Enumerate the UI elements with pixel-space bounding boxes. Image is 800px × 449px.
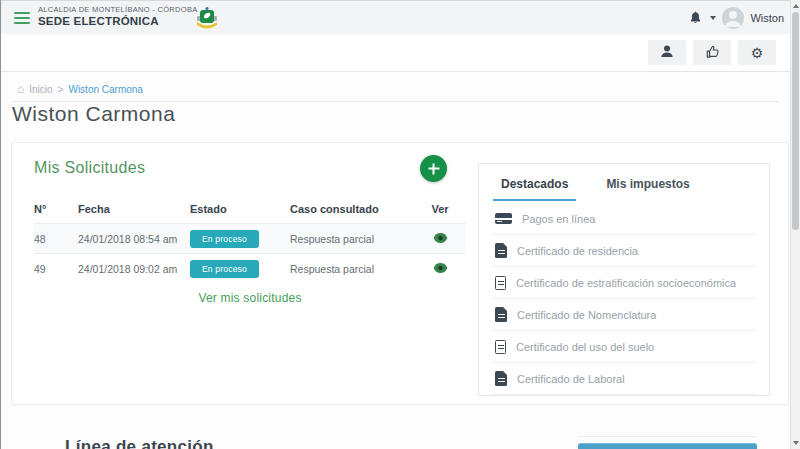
like-button[interactable] [693,40,731,65]
user-icon [660,44,674,61]
home-icon: ⌂ [17,83,24,95]
breadcrumb: ⌂ Inicio > Wiston Carmona [17,83,143,95]
breadcrumb-separator: > [58,84,64,95]
cell-num: 49 [34,263,78,275]
column-header-fecha: Fecha [78,203,190,215]
thumbs-up-icon [705,44,720,62]
cell-caso: Respuesta parcial [290,233,414,245]
solicitudes-table: N° Fecha Estado Caso consultado Ver 48 2… [34,195,466,283]
destacados-panel: Destacados Mis impuestos Pagos en línea … [478,163,770,396]
plus-icon [428,163,439,174]
column-header-ver: Ver [414,203,466,215]
panel-item-label: Certificado del uso del suelo [516,341,654,353]
hamburger-menu-icon[interactable] [14,12,30,24]
main-card: Mis Solicitudes N° Fecha Estado Caso con… [11,142,789,405]
eye-icon [433,261,448,276]
linea-atencion-heading: Línea de atención [65,437,214,449]
brand: ALCALDIA DE MONTELÍBANO - CÓRDOBA SEDE E… [38,5,198,29]
solicitudes-title: Mis Solicitudes [34,159,145,177]
cell-fecha: 24/01/2018 08:54 am [78,233,190,245]
credit-card-icon [495,213,512,224]
panel-item-label: Certificado de Laboral [517,373,625,385]
toolbar-button-group: ⚙ [648,40,776,65]
panel-list-item[interactable]: Certificado de estratificación socioecon… [491,267,757,299]
breadcrumb-current: Wiston Carmona [68,84,142,95]
table-row: 49 24/01/2018 09:02 am En proceso Respue… [34,254,466,283]
table-row: 48 24/01/2018 08:54 am En proceso Respue… [34,223,466,254]
document-filled-icon [495,243,507,258]
cell-num: 48 [34,233,78,245]
footer-divider [578,436,756,437]
panel-list-item[interactable]: Certificado de residencia [491,235,757,267]
header-right-group: Wiston [686,1,786,35]
app-header: ALCALDIA DE MONTELÍBANO - CÓRDOBA SEDE E… [1,0,790,35]
panel-item-label: Certificado de estratificación socioecon… [516,277,736,289]
cell-ver [414,233,466,245]
page-title: Wiston Carmona [12,102,175,126]
profile-button[interactable] [648,40,686,65]
view-request-button[interactable] [433,233,448,243]
panel-item-label: Certificado de residencia [517,245,638,257]
user-menu-caret-icon[interactable] [710,16,716,20]
panel-list-item[interactable]: Certificado de Nomenclatura [491,299,757,331]
status-badge: En proceso [190,260,259,278]
notifications-bell-icon[interactable] [686,9,704,27]
user-name[interactable]: Wiston [750,12,786,24]
see-all-solicitudes-link[interactable]: Ver mis solicitudes [34,291,466,305]
cell-estado: En proceso [190,260,290,278]
column-header-estado: Estado [190,203,290,215]
document-filled-icon [495,307,507,322]
brand-title: SEDE ELECTRÓNICA [38,14,198,28]
panel-list: Pagos en línea Certificado de residencia… [479,203,769,395]
column-header-num: N° [34,203,78,215]
vertical-scrollbar [790,0,800,449]
document-filled-icon [495,371,507,386]
table-header-row: N° Fecha Estado Caso consultado Ver [34,195,466,223]
status-badge: En proceso [190,230,259,248]
panel-item-label: Certificado de Nomenclatura [517,309,656,321]
panel-item-label: Pagos en línea [522,213,595,225]
scroll-down-arrow-icon[interactable] [791,437,800,449]
settings-button[interactable]: ⚙ [738,40,776,65]
secondary-toolbar: ⚙ [1,34,790,72]
panel-list-item[interactable]: Certificado de Laboral [491,363,757,395]
municipal-logo-icon [193,4,221,32]
gear-icon: ⚙ [751,46,764,60]
add-solicitud-button[interactable] [420,155,447,182]
eye-icon [433,231,448,246]
scrollbar-thumb[interactable] [792,12,799,230]
brand-subtitle: ALCALDIA DE MONTELÍBANO - CÓRDOBA [38,5,198,14]
table-body: 48 24/01/2018 08:54 am En proceso Respue… [34,223,466,283]
scroll-up-arrow-icon[interactable] [791,0,800,12]
breadcrumb-home-link[interactable]: Inicio [29,84,52,95]
tab-destacados[interactable]: Destacados [493,175,576,201]
user-avatar[interactable] [722,7,744,29]
document-outline-icon [495,276,506,290]
cell-fecha: 24/01/2018 09:02 am [78,263,190,275]
cell-caso: Respuesta parcial [290,263,414,275]
panel-tabs: Destacados Mis impuestos [479,164,769,201]
document-outline-icon [495,340,506,354]
cell-ver [414,263,466,275]
footer-blue-button[interactable] [578,443,757,449]
panel-list-item[interactable]: Pagos en línea [491,203,757,235]
tab-mis-impuestos[interactable]: Mis impuestos [598,175,697,201]
panel-list-item[interactable]: Certificado del uso del suelo [491,331,757,363]
view-request-button[interactable] [433,263,448,273]
cell-estado: En proceso [190,230,290,248]
column-header-caso: Caso consultado [290,203,414,215]
